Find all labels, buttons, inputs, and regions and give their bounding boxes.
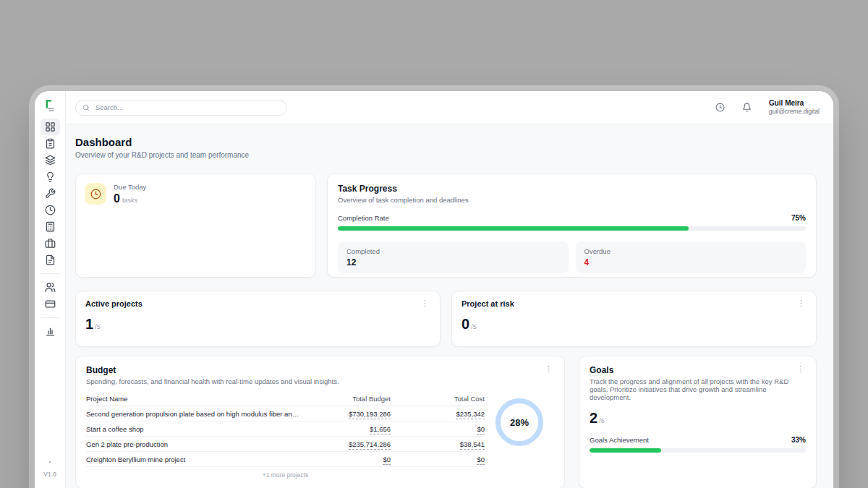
budget-table-header: Project Name Total Budget Total Cost xyxy=(86,391,485,406)
sidebar-item-dashboard[interactable] xyxy=(41,119,60,135)
project-name-cell: Second generation propulsion plate based… xyxy=(86,410,305,418)
active-projects-card: Active projects ⋮ 1/5 xyxy=(75,291,441,347)
lightbulb-icon xyxy=(45,171,56,182)
project-at-risk-value: 0 xyxy=(461,316,469,332)
sidebar-item-team[interactable] xyxy=(41,279,60,296)
overdue-value: 4 xyxy=(584,257,798,267)
completed-value: 12 xyxy=(346,257,560,267)
sidebar-item-documents[interactable] xyxy=(41,252,60,268)
sidebar-item-calculator[interactable] xyxy=(41,218,60,235)
dashboard-content: Dashboard Overview of your R&D projects … xyxy=(66,124,833,488)
sidebar-item-projects[interactable] xyxy=(41,152,60,168)
project-at-risk-card: Project at risk ⋮ 0/5 xyxy=(451,291,817,347)
dashboard-grid-icon xyxy=(45,121,56,132)
search-icon xyxy=(82,104,90,111)
budget-donut-pct: 28% xyxy=(510,417,529,428)
sidebar-item-portfolio[interactable] xyxy=(41,235,60,252)
project-name-cell: Creighton Beryllium mine project xyxy=(86,455,305,463)
active-projects-title: Active projects xyxy=(85,299,142,308)
users-icon xyxy=(45,282,56,293)
table-row[interactable]: Start a coffee shop $1,656 $0 xyxy=(86,421,485,437)
completion-progress-fill xyxy=(338,226,689,231)
completion-rate-label: Completion Rate xyxy=(338,214,389,222)
budget-card: Budget ⋮ Spending, forecasts, and financ… xyxy=(75,356,565,488)
kebab-menu-icon[interactable]: ⋮ xyxy=(543,365,554,372)
kebab-menu-icon[interactable]: ⋮ xyxy=(795,365,806,372)
col-header-project-name: Project Name xyxy=(86,395,305,403)
search-input[interactable] xyxy=(94,103,280,112)
sidebar-item-time[interactable] xyxy=(41,202,60,218)
goals-progress-fill xyxy=(590,448,661,453)
total-cost-cell[interactable]: $0 xyxy=(477,425,485,435)
completed-label: Completed xyxy=(346,247,560,255)
version-label: V1.0 xyxy=(35,471,65,478)
kebab-menu-icon[interactable]: ⋮ xyxy=(796,299,807,307)
budget-donut-wrap: 28% xyxy=(485,391,554,479)
sidebar: • V1.0 xyxy=(35,91,66,488)
budget-title: Budget xyxy=(86,365,116,375)
goals-title: Goals xyxy=(590,365,613,375)
total-budget-cell[interactable]: $235,714.286 xyxy=(349,440,391,450)
briefcase-icon xyxy=(45,238,56,249)
total-budget-cell[interactable]: $730,193.286 xyxy=(349,410,391,419)
project-name-cell: Gen 2 plate pre-production xyxy=(86,440,305,448)
app-version: • V1.0 xyxy=(35,458,65,478)
user-menu[interactable]: Guil Meira guil@creme.digital xyxy=(769,99,820,116)
budget-subtitle: Spending, forecasts, and financial healt… xyxy=(86,377,554,385)
clock-icon xyxy=(45,205,56,215)
wrench-icon xyxy=(45,188,56,199)
overdue-stat: Overdue 4 xyxy=(576,241,807,273)
row-budget-goals: Budget ⋮ Spending, forecasts, and financ… xyxy=(75,356,817,488)
sidebar-item-analytics[interactable] xyxy=(41,323,60,340)
task-progress-title: Task Progress xyxy=(338,184,806,194)
sidebar-divider xyxy=(41,317,59,318)
goals-value: 2 xyxy=(590,410,597,426)
kebab-menu-icon[interactable]: ⋮ xyxy=(420,299,430,307)
table-row[interactable]: Creighton Beryllium mine project $0 $0 xyxy=(86,452,485,467)
completion-rate-value: 75% xyxy=(791,214,806,222)
page-title: Dashboard xyxy=(75,136,817,148)
total-budget-cell[interactable]: $1,656 xyxy=(370,425,391,435)
bell-icon[interactable] xyxy=(742,103,752,112)
main-area: Guil Meira guil@creme.digital Dashboard … xyxy=(66,91,833,488)
goals-achievement-label: Goals Achievement xyxy=(590,436,649,444)
document-icon xyxy=(45,254,56,265)
total-budget-cell[interactable]: $0 xyxy=(383,455,391,465)
due-clock-icon xyxy=(85,183,106,205)
sidebar-item-tools[interactable] xyxy=(41,185,60,202)
sidebar-item-ideas[interactable] xyxy=(41,168,60,185)
goals-achievement-value: 33% xyxy=(791,436,806,444)
version-dot: • xyxy=(35,458,65,466)
sidebar-item-billing[interactable] xyxy=(41,296,60,312)
creme-logo xyxy=(42,98,58,114)
col-header-total-budget: Total Budget xyxy=(305,395,391,403)
clock-icon[interactable] xyxy=(715,103,725,112)
goals-progress-bar xyxy=(590,448,806,453)
user-email: guil@creme.digital xyxy=(769,108,820,116)
budget-donut-ring: 28% xyxy=(495,398,543,446)
credit-card-icon xyxy=(45,299,56,309)
goals-card: Goals ⋮ Track the progress and alignment… xyxy=(579,356,817,488)
more-projects-link[interactable]: +1 more projects xyxy=(86,467,485,479)
active-projects-value: 1 xyxy=(85,316,93,332)
due-today-unit: tasks xyxy=(122,197,137,204)
row-summary: Due Today 0tasks Task Progress Overview … xyxy=(75,174,817,278)
project-at-risk-denominator: /5 xyxy=(471,323,477,330)
due-today-value: 0 xyxy=(114,192,120,205)
sidebar-divider xyxy=(41,273,59,274)
goals-denominator: /6 xyxy=(599,417,605,424)
task-progress-card: Task Progress Overview of task completio… xyxy=(327,174,817,278)
sidebar-item-tasks[interactable] xyxy=(41,135,60,152)
layers-icon xyxy=(45,155,56,166)
table-row[interactable]: Gen 2 plate pre-production $235,714.286 … xyxy=(86,437,485,452)
search-box[interactable] xyxy=(75,100,287,116)
app-window: • V1.0 Guil Meira guil xyxy=(35,91,833,488)
table-row[interactable]: Second generation propulsion plate based… xyxy=(86,406,485,421)
total-cost-cell[interactable]: $235,342 xyxy=(456,410,485,419)
due-today-card: Due Today 0tasks xyxy=(75,174,316,278)
calculator-icon xyxy=(45,221,56,232)
total-cost-cell[interactable]: $0 xyxy=(477,455,485,465)
total-cost-cell[interactable]: $38,541 xyxy=(460,440,485,450)
project-at-risk-title: Project at risk xyxy=(461,299,514,308)
row-project-stats: Active projects ⋮ 1/5 Project at risk ⋮ … xyxy=(75,291,817,347)
